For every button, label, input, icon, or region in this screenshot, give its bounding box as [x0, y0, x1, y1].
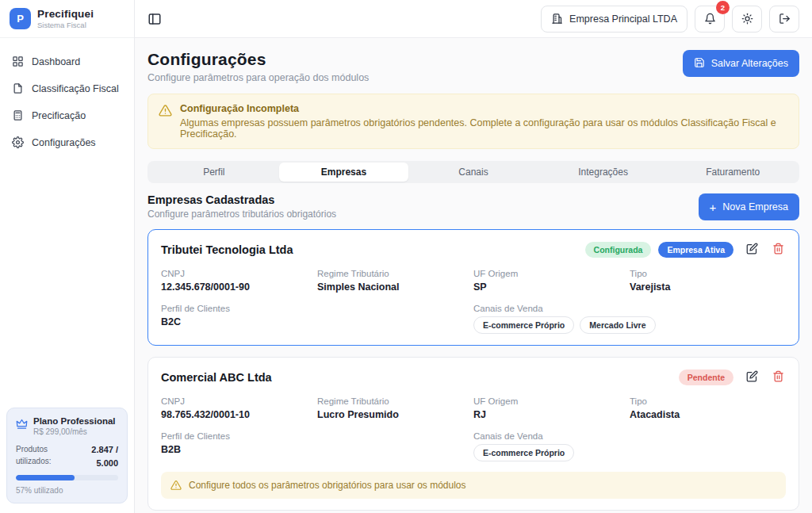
sidebar: P Precifiquei Sistema Fiscal Dashboard C… — [0, 0, 135, 513]
plan-percent-label: 57% utilizado — [16, 486, 118, 495]
company-selector-button[interactable]: Empresa Principal LTDA — [541, 6, 688, 33]
plan-progress-bar — [16, 475, 118, 480]
notification-badge: 2 — [716, 1, 730, 14]
company-field: Regime Tributário Lucro Presumido — [317, 396, 473, 420]
edit-icon — [746, 243, 758, 257]
field-value: 98.765.432/0001-10 — [161, 409, 317, 420]
tab-perfil[interactable]: Perfil — [149, 163, 279, 182]
crown-icon — [16, 418, 28, 430]
app-window: P Precifiquei Sistema Fiscal Dashboard C… — [0, 0, 812, 513]
field-label: Regime Tributário — [317, 269, 473, 278]
logout-button[interactable] — [769, 6, 799, 33]
plus-icon: + — [710, 201, 717, 213]
gear-icon — [12, 136, 24, 148]
delete-company-button[interactable] — [771, 241, 786, 258]
field-value: Lucro Presumido — [317, 409, 473, 420]
tab-empresas[interactable]: Empresas — [279, 163, 409, 182]
alert-message: Algumas empresas possuem parâmetros obri… — [180, 117, 788, 140]
sidebar-item-label: Dashboard — [32, 56, 80, 67]
sidebar-item-label: Classificação Fiscal — [32, 83, 119, 94]
new-company-label: Nova Empresa — [722, 201, 788, 212]
alert-title: Configuração Incompleta — [180, 103, 788, 114]
plan-name: Plano Professional — [33, 416, 116, 426]
building-icon — [551, 13, 563, 25]
app-logo: P — [10, 8, 31, 29]
companies-list: Tributei Tecnologia Ltda ConfiguradaEmpr… — [147, 229, 799, 511]
company-name: Comercial ABC Ltda — [161, 371, 672, 384]
sidebar-item-precifica-o[interactable]: Precificação — [0, 103, 134, 128]
field-label: Perfil de Clientes — [161, 431, 317, 441]
trash-icon — [772, 370, 784, 385]
sidebar-item-classifica-o-fiscal[interactable]: Classificação Fiscal — [0, 76, 134, 101]
sidebar-item-dashboard[interactable]: Dashboard — [0, 49, 134, 74]
field-label: UF Origem — [473, 396, 630, 406]
company-field: Tipo Varejista — [630, 269, 786, 293]
sidebar-item-configura-es[interactable]: Configurações — [0, 130, 134, 155]
settings-tabs: Perfil Empresas Canais Integrações Fatur… — [147, 161, 799, 183]
bell-icon — [704, 13, 716, 25]
sales-channel-chip: E-commerce Próprio — [473, 316, 574, 334]
field-label: CNPJ — [161, 396, 317, 406]
field-value: Atacadista — [630, 409, 786, 420]
field-value: SP — [473, 281, 630, 293]
incomplete-config-alert: Configuração Incompleta Algumas empresas… — [147, 94, 799, 149]
company-card: Tributei Tecnologia Ltda ConfiguradaEmpr… — [147, 229, 799, 346]
field-label: CNPJ — [161, 269, 317, 278]
company-selector-label: Empresa Principal LTDA — [569, 13, 677, 25]
logout-icon — [779, 13, 791, 25]
section-title: Empresas Cadastradas — [147, 193, 336, 206]
field-value: 12.345.678/0001-90 — [161, 281, 317, 293]
save-changes-button[interactable]: Salvar Alterações — [683, 50, 799, 77]
status-badge: Pendente — [679, 369, 733, 385]
company-warning-text: Configure todos os parâmetros obrigatóri… — [189, 480, 466, 491]
notifications-button[interactable]: 2 — [695, 6, 725, 33]
warning-icon — [170, 480, 182, 491]
field-label: Perfil de Clientes — [161, 304, 317, 313]
sun-icon — [741, 13, 753, 25]
plan-usage-label: Produtos utilizados: — [16, 443, 62, 469]
tab-faturamento[interactable]: Faturamento — [668, 163, 798, 182]
sidebar-toggle-button[interactable] — [147, 12, 162, 26]
brand-name: Precifiquei — [37, 8, 94, 20]
company-field: Perfil de Clientes B2C — [161, 304, 317, 334]
sidebar-nav: Dashboard Classificação Fiscal Precifica… — [0, 38, 134, 401]
plan-card: Plano Professional R$ 299,00/mês Produto… — [6, 408, 128, 503]
edit-company-button[interactable] — [745, 241, 760, 258]
page-title: Configurações — [147, 50, 369, 69]
dashboard-grid-icon — [12, 56, 24, 67]
company-card: Comercial ABC Ltda Pendente CNPJ 98.765.… — [147, 357, 799, 511]
topbar: Empresa Principal LTDA 2 — [135, 0, 812, 38]
company-field: CNPJ 12.345.678/0001-90 — [161, 269, 317, 293]
field-value: RJ — [473, 409, 630, 420]
company-field: Perfil de Clientes B2B — [161, 431, 317, 461]
sales-channel-chip: E-commerce Próprio — [473, 444, 574, 461]
plan-price: R$ 299,00/mês — [33, 427, 116, 436]
tab-integra-es[interactable]: Integrações — [538, 163, 668, 182]
company-field: UF Origem SP — [473, 269, 630, 293]
content: Configurações Configure parâmetros para … — [135, 38, 812, 513]
theme-toggle-button[interactable] — [732, 6, 762, 33]
sales-channel-chip: Mercado Livre — [580, 316, 655, 334]
trash-icon — [772, 243, 784, 257]
sales-channels-label: Canais de Venda — [473, 431, 786, 441]
calculator-icon — [12, 109, 24, 121]
tab-canais[interactable]: Canais — [408, 163, 538, 182]
plan-usage-value: 2.847 / 5.000 — [82, 443, 118, 469]
section-subtitle: Configure parâmetros tributários obrigat… — [147, 209, 336, 220]
company-field: Tipo Atacadista — [630, 396, 786, 420]
main-column: Empresa Principal LTDA 2 Configurações C — [135, 0, 812, 513]
field-label: Tipo — [630, 396, 786, 406]
sales-channels-label: Canais de Venda — [473, 304, 786, 313]
field-value: B2C — [161, 316, 317, 327]
status-badge: Empresa Ativa — [658, 242, 733, 258]
edit-icon — [746, 370, 758, 385]
new-company-button[interactable]: + Nova Empresa — [699, 193, 799, 220]
sidebar-item-label: Precificação — [32, 110, 86, 121]
delete-company-button[interactable] — [771, 369, 786, 386]
company-name: Tributei Tecnologia Ltda — [161, 243, 578, 256]
save-changes-label: Salvar Alterações — [711, 58, 788, 69]
warning-icon — [159, 104, 172, 117]
edit-company-button[interactable] — [745, 369, 760, 386]
company-field: CNPJ 98.765.432/0001-10 — [161, 396, 317, 420]
brand-header: P Precifiquei Sistema Fiscal — [0, 0, 134, 38]
